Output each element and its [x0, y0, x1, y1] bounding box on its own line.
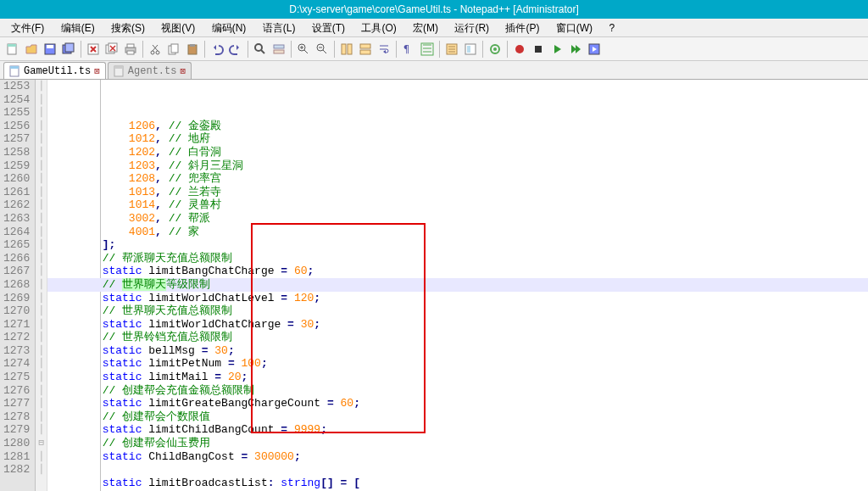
code-line[interactable]: 1012, // 地府 [47, 132, 868, 146]
menu-view[interactable]: 视图(V) [154, 19, 202, 37]
doc-map-icon[interactable] [461, 40, 480, 59]
code-line[interactable]: ]; [47, 238, 868, 252]
menu-help[interactable]: ? [602, 19, 621, 37]
menu-settings[interactable]: 设置(T) [305, 19, 352, 37]
fold-marker: │ [36, 410, 47, 424]
save-icon[interactable] [41, 40, 59, 59]
save-all-icon[interactable] [59, 40, 78, 59]
code-line[interactable]: // 创建帮会个数限值 [47, 410, 868, 424]
new-file-icon[interactable] [3, 40, 22, 59]
indent-guide-icon[interactable] [418, 40, 437, 59]
menu-encoding[interactable]: 编码(N) [205, 19, 253, 37]
fold-marker: │ [36, 198, 47, 212]
svg-point-18 [255, 44, 262, 51]
code-line[interactable]: // 世界聊天等级限制 [47, 278, 868, 292]
code-line[interactable]: 4001, // 家 [47, 226, 868, 239]
fold-marker: │ [36, 132, 47, 146]
line-number: 1258 [3, 146, 30, 159]
code-line[interactable]: // 创建帮会充值金额总额限制 [47, 384, 868, 398]
show-all-chars-icon[interactable]: ¶ [399, 40, 418, 59]
save-macro-icon[interactable] [585, 40, 604, 59]
redo-icon[interactable] [226, 40, 245, 59]
code-line[interactable]: // 帮派聊天充值总额限制 [47, 252, 868, 265]
line-number: 1268 [3, 278, 30, 292]
code-line[interactable] [47, 463, 868, 477]
sync-h-icon[interactable] [356, 40, 375, 59]
code-content[interactable]: 1206, // 金銮殿 1012, // 地府 1202, // 白骨洞 12… [47, 80, 868, 491]
replace-icon[interactable] [270, 40, 288, 59]
play-macro-icon[interactable] [548, 40, 566, 59]
svg-rect-31 [467, 46, 470, 53]
code-line[interactable]: // 世界铃铛充值总额限制 [47, 331, 868, 344]
cut-icon[interactable] [146, 40, 164, 59]
svg-rect-11 [127, 51, 134, 54]
line-number: 1265 [3, 238, 30, 252]
fold-marker: │ [36, 304, 47, 318]
code-line[interactable]: static limitGreateBangChargeCount = 60; [47, 397, 868, 410]
tab-agent[interactable]: Agent.ts ⊠ [108, 62, 192, 79]
copy-icon[interactable] [164, 40, 183, 59]
menu-edit[interactable]: 编辑(E) [54, 19, 102, 37]
sync-v-icon[interactable] [337, 40, 356, 59]
menu-search[interactable]: 搜索(S) [104, 19, 152, 37]
menu-run[interactable]: 运行(R) [448, 19, 496, 37]
menu-tools[interactable]: 工具(O) [354, 19, 403, 37]
paste-icon[interactable] [183, 40, 202, 59]
code-line[interactable]: 1013, // 兰若寺 [47, 186, 868, 199]
play-multi-icon[interactable] [566, 40, 585, 59]
menu-file[interactable]: 文件(F) [4, 19, 51, 37]
code-line[interactable]: static bellMsg = 30; [47, 344, 868, 358]
toolbar-separator [142, 41, 143, 58]
close-icon[interactable] [84, 40, 103, 59]
print-icon[interactable] [121, 40, 140, 59]
func-list-icon[interactable] [442, 40, 461, 59]
menu-plugin[interactable]: 插件(P) [498, 19, 546, 37]
line-number: 1276 [3, 384, 30, 398]
open-file-icon[interactable] [22, 40, 41, 59]
svg-rect-40 [114, 66, 123, 69]
fold-marker: │ [36, 450, 47, 464]
monitor-icon[interactable] [486, 40, 504, 59]
code-line[interactable]: static limitWorldChatLevel = 120; [47, 292, 868, 305]
code-line[interactable]: 1202, // 白骨洞 [47, 146, 868, 159]
fold-marker[interactable]: ⊟ [36, 437, 47, 450]
zoom-in-icon[interactable] [294, 40, 313, 59]
code-line[interactable]: static ChildBangCost = 300000; [47, 450, 868, 464]
code-line[interactable]: static limitBroadcastList: string[] = [ [47, 477, 868, 490]
tab-close-icon[interactable]: ⊠ [180, 65, 186, 76]
find-icon[interactable] [251, 40, 270, 59]
fold-marker: │ [36, 212, 47, 226]
editor-area[interactable]: 1253125412551256125712581259126012611262… [0, 80, 868, 491]
fold-marker: │ [36, 397, 47, 410]
code-line[interactable]: static limitWorldChatCharge = 30; [47, 318, 868, 332]
code-line[interactable]: 1014, // 灵兽村 [47, 198, 868, 212]
toolbar-separator [334, 41, 335, 58]
menu-language[interactable]: 语言(L) [256, 19, 303, 37]
menu-window[interactable]: 窗口(W) [549, 19, 599, 37]
code-line[interactable]: // 创建帮会仙玉费用 [47, 437, 868, 450]
menu-macro[interactable]: 宏(M) [406, 19, 445, 37]
code-line[interactable]: 1203, // 斜月三星洞 [47, 159, 868, 173]
tab-close-icon[interactable]: ⊠ [94, 65, 100, 76]
record-macro-icon[interactable] [510, 40, 529, 59]
wrap-icon[interactable] [375, 40, 393, 59]
code-line[interactable]: static limitMail = 20; [47, 371, 868, 384]
toolbar-separator [204, 41, 205, 58]
code-line[interactable]: 1208, // 兜率宫 [47, 172, 868, 186]
code-line[interactable]: 1206, // 金銮殿 [47, 120, 868, 133]
tab-gameutil[interactable]: GameUtil.ts ⊠ [3, 62, 106, 79]
code-line[interactable]: static limitChildBangCount = 9999; [47, 423, 868, 437]
zoom-out-icon[interactable] [313, 40, 331, 59]
code-line[interactable]: static limitBangChatCharge = 60; [47, 265, 868, 278]
close-all-icon[interactable] [103, 40, 121, 59]
stop-macro-icon[interactable] [529, 40, 548, 59]
svg-text:¶: ¶ [403, 43, 409, 55]
fold-margin[interactable]: │││││││││││││││││││││││││││⊟││ [36, 80, 47, 491]
code-line[interactable]: static limitPetNum = 100; [47, 357, 868, 371]
undo-icon[interactable] [208, 40, 226, 59]
code-line[interactable]: 3002, // 帮派 [47, 212, 868, 226]
line-number: 1264 [3, 226, 30, 239]
fold-marker: │ [36, 172, 47, 186]
code-line[interactable]: // 世界聊天充值总额限制 [47, 304, 868, 318]
fold-marker: │ [36, 186, 47, 199]
